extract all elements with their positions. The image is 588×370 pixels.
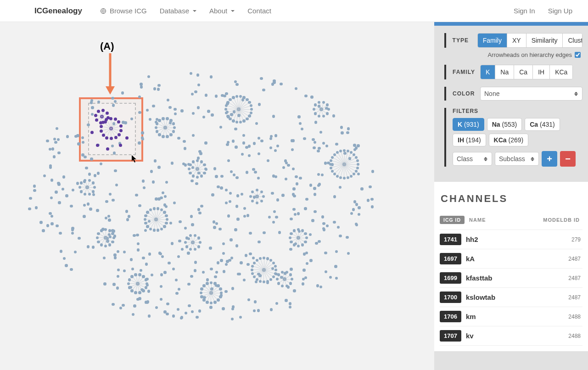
graph-node[interactable] [29, 197, 32, 200]
graph-node[interactable] [213, 301, 216, 303]
graph-node[interactable] [277, 282, 280, 285]
graph-node[interactable] [263, 257, 265, 259]
graph-node[interactable] [203, 172, 206, 174]
graph-node[interactable] [350, 212, 353, 215]
graph-node[interactable] [357, 163, 359, 166]
graph-node[interactable] [138, 291, 141, 294]
graph-node[interactable] [169, 222, 172, 224]
graph-node[interactable] [235, 121, 238, 123]
graph-node[interactable] [254, 171, 257, 174]
graph-node[interactable] [128, 278, 131, 281]
graph-node[interactable] [334, 265, 337, 268]
add-filter-button[interactable]: + [542, 151, 557, 167]
graph-node[interactable] [160, 228, 163, 230]
graph-node[interactable] [187, 283, 190, 286]
graph-node[interactable] [164, 195, 167, 198]
graph-node[interactable] [347, 252, 350, 255]
graph-node[interactable] [197, 106, 200, 109]
graph-node[interactable] [169, 133, 172, 136]
graph-node[interactable] [200, 295, 203, 298]
graph-node[interactable] [43, 174, 46, 177]
graph-node[interactable] [335, 250, 338, 253]
graph-node[interactable] [162, 135, 164, 138]
graph-node[interactable] [331, 156, 334, 159]
nav-about[interactable]: About [203, 7, 241, 15]
graph-node[interactable] [309, 184, 312, 186]
graph-node[interactable] [143, 186, 146, 189]
graph-node[interactable] [217, 185, 219, 188]
graph-node[interactable] [206, 278, 209, 281]
graph-node[interactable] [148, 252, 151, 255]
graph-node[interactable] [141, 138, 144, 140]
graph-node[interactable] [188, 168, 190, 170]
graph-node[interactable] [177, 308, 179, 311]
graph-node[interactable] [101, 109, 105, 112]
graph-node[interactable] [172, 122, 175, 125]
graph-node[interactable] [144, 229, 147, 232]
graph-node[interactable] [302, 282, 304, 285]
graph-node[interactable] [166, 117, 168, 120]
graph-node[interactable] [166, 303, 169, 305]
graph-node[interactable] [242, 119, 245, 122]
graph-node[interactable] [83, 215, 85, 218]
graph-node[interactable] [335, 143, 338, 146]
graph-node[interactable] [108, 243, 111, 246]
graph-node[interactable] [160, 298, 162, 301]
graph-node[interactable] [232, 96, 235, 99]
graph-node[interactable] [88, 173, 91, 175]
graph-node[interactable] [235, 205, 238, 207]
graph-node[interactable] [113, 151, 116, 154]
graph-node[interactable] [149, 228, 152, 230]
graph-node[interactable] [180, 109, 183, 112]
graph-node[interactable] [260, 191, 263, 193]
graph-node[interactable] [207, 110, 210, 112]
graph-node[interactable] [339, 176, 342, 179]
graph-node[interactable] [184, 241, 187, 244]
graph-node[interactable] [106, 112, 109, 115]
graph-node[interactable] [83, 204, 86, 207]
graph-node[interactable] [177, 137, 180, 140]
graph-node[interactable] [347, 127, 350, 130]
graph-node[interactable] [53, 155, 56, 158]
graph-node[interactable] [304, 232, 307, 235]
graph-node[interactable] [108, 229, 111, 232]
graph-node[interactable] [138, 204, 141, 207]
graph-node[interactable] [160, 208, 163, 211]
filter-pill-kca[interactable]: KCa (269) [489, 134, 529, 146]
graph-node[interactable] [242, 96, 245, 99]
graph-node[interactable] [210, 75, 213, 78]
graph-node[interactable] [111, 241, 114, 243]
graph-node[interactable] [287, 164, 290, 167]
filter-pill-ca[interactable]: Ca (431) [525, 118, 560, 131]
graph-node[interactable] [239, 121, 242, 123]
graph-node[interactable] [91, 106, 94, 109]
graph-node[interactable] [84, 156, 86, 158]
graph-node[interactable] [227, 159, 230, 162]
graph-node[interactable] [151, 274, 153, 276]
graph-node[interactable] [130, 258, 133, 261]
graph-node[interactable] [194, 234, 196, 237]
graph-node[interactable] [198, 212, 201, 214]
graph-node[interactable] [146, 109, 149, 112]
graph-node[interactable] [153, 87, 156, 90]
graph-node[interactable] [236, 194, 239, 197]
graph-node[interactable] [190, 215, 193, 218]
graph-node[interactable] [247, 298, 250, 301]
graph-node[interactable] [356, 167, 359, 169]
graph-node[interactable] [114, 136, 118, 139]
graph-node[interactable] [94, 114, 97, 117]
channel-row[interactable]: 1741hh2279 [440, 230, 582, 249]
graph-node[interactable] [117, 275, 119, 278]
graph-node[interactable] [228, 259, 231, 262]
channel-row[interactable]: 1699kfasttab2487 [440, 269, 582, 288]
graph-node[interactable] [100, 163, 102, 165]
graph-node[interactable] [157, 84, 160, 87]
graph-node[interactable] [70, 268, 73, 271]
graph-node[interactable] [293, 229, 296, 232]
graph-node[interactable] [134, 273, 137, 276]
channel-row[interactable]: 1700kslowtab2487 [440, 288, 582, 307]
graph-node[interactable] [80, 181, 83, 184]
class-select[interactable]: Class [453, 152, 492, 166]
graph-node[interactable] [269, 259, 272, 262]
graph-node[interactable] [183, 140, 185, 143]
